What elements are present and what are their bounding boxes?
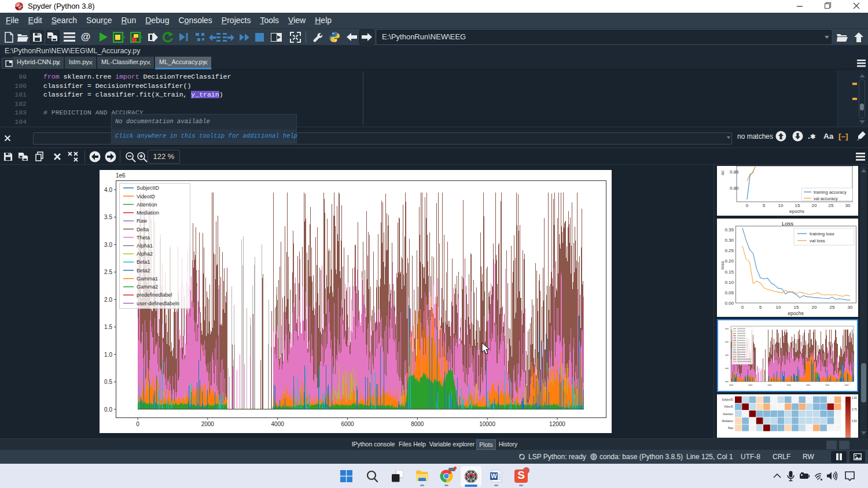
svg-text:0.35: 0.35 <box>724 227 734 232</box>
svg-text:0.80: 0.80 <box>730 186 739 191</box>
svg-text:2.0: 2.0 <box>104 297 112 303</box>
svg-text:Attention: Attention <box>137 202 157 208</box>
svg-text:3.5: 3.5 <box>104 214 112 220</box>
svg-text:Alpha2: Alpha2 <box>137 251 153 257</box>
svg-text:4000: 4000 <box>271 421 285 427</box>
svg-text:0: 0 <box>741 305 744 310</box>
svg-text:15: 15 <box>795 203 800 208</box>
svg-text:Gamma2: Gamma2 <box>137 284 158 290</box>
svg-text:0.75: 0.75 <box>852 408 857 411</box>
svg-text:10: 10 <box>776 305 781 310</box>
svg-text:0.05: 0.05 <box>724 290 734 295</box>
svg-text:8000: 8000 <box>411 421 424 427</box>
svg-text:0.25: 0.25 <box>724 248 734 253</box>
svg-text:30: 30 <box>848 305 853 310</box>
svg-text:1.00: 1.00 <box>852 397 857 400</box>
svg-text:W: W <box>491 472 497 479</box>
svg-text:25: 25 <box>829 203 834 208</box>
svg-text:2000: 2000 <box>201 421 215 427</box>
svg-text:SubjectID: SubjectID <box>137 185 160 191</box>
svg-text:5: 5 <box>763 203 766 208</box>
svg-text:SubjectID: SubjectID <box>722 398 733 401</box>
svg-text:Attention: Attention <box>723 413 733 416</box>
svg-text:0: 0 <box>136 421 139 427</box>
svg-text:0.00: 0.00 <box>724 301 734 306</box>
svg-text:ac: ac <box>720 171 725 175</box>
svg-text:Delta: Delta <box>137 227 149 232</box>
svg-text:3.0: 3.0 <box>104 242 112 248</box>
svg-text:1.0: 1.0 <box>104 352 112 358</box>
svg-text:epochs: epochs <box>788 310 803 316</box>
svg-text:12000: 12000 <box>549 421 565 427</box>
svg-text:Alpha1: Alpha1 <box>137 243 153 249</box>
svg-text:0.85: 0.85 <box>730 169 739 175</box>
svg-text:0.0: 0.0 <box>104 406 112 413</box>
svg-text:0: 0 <box>746 203 749 208</box>
svg-text:VideoID: VideoID <box>724 405 734 408</box>
svg-text:Beta2: Beta2 <box>137 268 150 273</box>
svg-text:Raw: Raw <box>728 427 734 430</box>
svg-text:25: 25 <box>830 305 835 310</box>
svg-text:training accuracy: training accuracy <box>814 190 847 195</box>
svg-text:Mediation: Mediation <box>722 420 733 423</box>
svg-text:2.5: 2.5 <box>104 269 112 275</box>
svg-text:epochs: epochs <box>789 209 804 214</box>
svg-text:0.15: 0.15 <box>724 269 734 275</box>
svg-text:Mediation: Mediation <box>137 210 159 216</box>
svg-text:0.20: 0.20 <box>724 258 734 264</box>
svg-text:Theta: Theta <box>137 235 150 241</box>
svg-text:user-definedlabeln: user-definedlabeln <box>137 301 179 306</box>
svg-text:20: 20 <box>812 305 817 310</box>
svg-text:predefinedlabel: predefinedlabel <box>137 292 172 298</box>
svg-text:1.5: 1.5 <box>104 324 112 330</box>
svg-text:training loss: training loss <box>810 231 834 236</box>
svg-text:val loss: val loss <box>810 238 825 243</box>
svg-text:0.10: 0.10 <box>724 280 734 285</box>
svg-text:4.0: 4.0 <box>104 187 112 193</box>
svg-text:Raw: Raw <box>137 218 148 224</box>
svg-text:10: 10 <box>778 203 784 208</box>
svg-text:Loss: Loss <box>782 220 793 227</box>
svg-text:val accuracy: val accuracy <box>814 196 838 201</box>
svg-text:20: 20 <box>812 203 817 208</box>
svg-text:15: 15 <box>794 305 799 310</box>
svg-text:5: 5 <box>759 305 762 310</box>
svg-text:VideoID: VideoID <box>137 194 155 199</box>
svg-text:30: 30 <box>845 203 851 208</box>
svg-text:Beta1: Beta1 <box>137 259 150 265</box>
svg-text:10000: 10000 <box>479 421 495 427</box>
svg-text:1e6: 1e6 <box>116 172 126 179</box>
svg-text:6000: 6000 <box>341 421 354 427</box>
svg-text:0.30: 0.30 <box>724 238 734 243</box>
svg-text:0.5: 0.5 <box>104 379 112 385</box>
svg-text:0.50: 0.50 <box>852 420 857 423</box>
svg-text:Gamma1: Gamma1 <box>137 276 158 282</box>
svg-text:loss: loss <box>720 261 725 269</box>
